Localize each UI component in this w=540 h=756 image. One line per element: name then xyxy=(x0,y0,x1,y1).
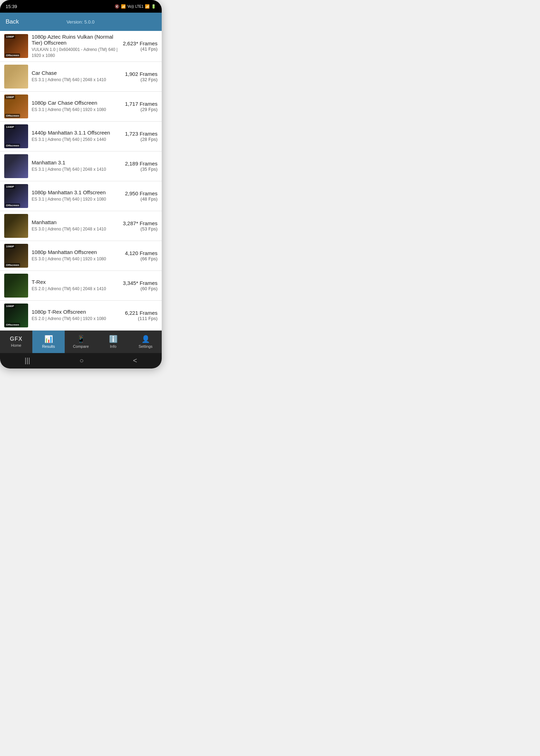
badge-bl-car-chase-off: Offscreen xyxy=(5,114,20,118)
bench-item-manhattan[interactable]: Manhattan ES 3.0 | Adreno (TM) 640 | 204… xyxy=(0,211,162,241)
bench-item-manhattan31[interactable]: Manhattan 3.1 ES 3.1 | Adreno (TM) 640 |… xyxy=(0,151,162,181)
bench-sub-trex-off: ES 2.0 | Adreno (TM) 640 | 1920 x 1080 xyxy=(32,316,122,322)
bench-item-aztec-vulkan[interactable]: 1080P Offscreen 1080p Aztec Ruins Vulkan… xyxy=(0,31,162,62)
badge-tl-manhattan31-off: 1080P xyxy=(5,185,15,189)
badge-tl-manhattan-off: 1080P xyxy=(5,245,15,248)
home-button[interactable]: ○ xyxy=(79,357,84,365)
bench-sub-aztec-vulkan: VULKAN 1.0 | 0x6040001 - Adreno (TM) 640… xyxy=(32,47,120,59)
status-time: 15:39 xyxy=(6,4,17,9)
system-nav: ||| ○ < xyxy=(0,353,162,369)
bench-sub-manhattan-1440: ES 3.1 | Adreno (TM) 640 | 2560 x 1440 xyxy=(32,137,122,143)
bench-name-car-chase-off: 1080p Car Chase Offscreen xyxy=(32,100,122,106)
bench-item-manhattan-1440[interactable]: 1440P Offscreen 1440p Manhattan 3.1.1 Of… xyxy=(0,122,162,151)
thumb-manhattan-off: 1080P Offscreen xyxy=(4,244,28,268)
bench-result-manhattan: 3,287* Frames (53 Fps) xyxy=(123,220,158,232)
badge-bl-manhattan-1440: Offscreen xyxy=(5,144,20,148)
bench-name-car-chase: Car Chase xyxy=(32,70,122,76)
bench-info-manhattan31-off: 1080p Manhattan 3.1 Offscreen ES 3.1 | A… xyxy=(32,189,122,202)
bench-fps-trex-off: (111 Fps) xyxy=(125,316,158,321)
bench-frames-trex-off: 6,221 Frames xyxy=(125,310,158,316)
bench-name-manhattan31-off: 1080p Manhattan 3.1 Offscreen xyxy=(32,189,122,195)
bench-result-manhattan-off: 4,120 Frames (66 Fps) xyxy=(125,250,158,261)
compare-icon: 📱 xyxy=(77,335,85,343)
nav-label-info: Info xyxy=(110,344,116,348)
nav-item-home[interactable]: GFX Home xyxy=(0,331,32,353)
bench-item-trex-off[interactable]: 1080P Offscreen 1080p T-Rex Offscreen ES… xyxy=(0,301,162,331)
bench-result-manhattan-1440: 1,723 Frames (28 Fps) xyxy=(125,131,158,142)
bench-fps-car-chase-off: (29 Fps) xyxy=(125,107,158,112)
bench-name-manhattan-off: 1080p Manhattan Offscreen xyxy=(32,249,122,255)
bench-item-manhattan31-off[interactable]: 1080P Offscreen 1080p Manhattan 3.1 Offs… xyxy=(0,181,162,211)
bench-info-manhattan-off: 1080p Manhattan Offscreen ES 3.0 | Adren… xyxy=(32,249,122,262)
bench-sub-manhattan31: ES 3.1 | Adreno (TM) 640 | 2048 x 1410 xyxy=(32,167,122,172)
thumb-manhattan31-off: 1080P Offscreen xyxy=(4,184,28,208)
thumb-car-chase xyxy=(4,65,28,89)
bench-info-car-chase: Car Chase ES 3.1 | Adreno (TM) 640 | 204… xyxy=(32,70,122,83)
badge-tl-manhattan-1440: 1440P xyxy=(5,125,15,129)
nav-item-info[interactable]: ℹ️ Info xyxy=(97,331,129,353)
bench-result-trex-off: 6,221 Frames (111 Fps) xyxy=(125,310,158,321)
lte-text: LTE1 xyxy=(135,5,143,8)
signal-text: Vo)) xyxy=(127,5,134,8)
bench-fps-manhattan: (53 Fps) xyxy=(123,226,158,232)
bench-result-car-chase: 1,902 Frames (32 Fps) xyxy=(125,71,158,82)
bench-info-trex: T-Rex ES 2.0 | Adreno (TM) 640 | 2048 x … xyxy=(32,279,120,292)
wifi-icon: 📶 xyxy=(121,4,126,9)
bench-fps-trex: (60 Fps) xyxy=(123,286,158,291)
bench-name-manhattan31: Manhattan 3.1 xyxy=(32,159,122,165)
bench-fps-car-chase: (32 Fps) xyxy=(125,77,158,82)
thumb-manhattan xyxy=(4,214,28,238)
badge-bl-aztec-vulkan: Offscreen xyxy=(5,53,20,57)
bench-frames-aztec-vulkan: 2,623* Frames xyxy=(123,40,158,46)
nav-label-home: Home xyxy=(11,343,21,347)
bench-info-manhattan-1440: 1440p Manhattan 3.1.1 Offscreen ES 3.1 |… xyxy=(32,130,122,143)
bench-item-trex[interactable]: T-Rex ES 2.0 | Adreno (TM) 640 | 2048 x … xyxy=(0,271,162,301)
back-nav-button[interactable]: < xyxy=(133,357,137,365)
bench-frames-manhattan-off: 4,120 Frames xyxy=(125,250,158,256)
bench-frames-trex: 3,345* Frames xyxy=(123,280,158,286)
nav-label-results: Results xyxy=(42,344,55,348)
badge-bl-manhattan-off: Offscreen xyxy=(5,263,20,267)
nav-item-compare[interactable]: 📱 Compare xyxy=(65,331,97,353)
bench-frames-manhattan31: 2,189 Frames xyxy=(125,161,158,167)
bench-info-car-chase-off: 1080p Car Chase Offscreen ES 3.1 | Adren… xyxy=(32,100,122,113)
bench-result-manhattan31-off: 2,950 Frames (48 Fps) xyxy=(125,190,158,202)
nav-item-results[interactable]: 📊 Results xyxy=(32,331,65,353)
back-button[interactable]: Back xyxy=(6,18,19,25)
bench-item-car-chase-off[interactable]: 1080P Offscreen 1080p Car Chase Offscree… xyxy=(0,92,162,122)
gfx-logo-icon: GFX xyxy=(10,336,22,342)
bench-fps-aztec-vulkan: (41 Fps) xyxy=(123,46,158,52)
badge-bl-manhattan31-off: Offscreen xyxy=(5,203,20,207)
bench-sub-car-chase: ES 3.1 | Adreno (TM) 640 | 2048 x 1410 xyxy=(32,77,122,83)
bench-sub-manhattan31-off: ES 3.1 | Adreno (TM) 640 | 1920 x 1080 xyxy=(32,196,122,202)
bench-sub-manhattan: ES 3.0 | Adreno (TM) 640 | 2048 x 1410 xyxy=(32,226,120,232)
bench-fps-manhattan-1440: (28 Fps) xyxy=(125,137,158,142)
badge-bl-trex-off: Offscreen xyxy=(5,323,20,327)
bench-frames-manhattan: 3,287* Frames xyxy=(123,220,158,226)
bench-item-manhattan-off[interactable]: 1080P Offscreen 1080p Manhattan Offscree… xyxy=(0,241,162,271)
bench-result-car-chase-off: 1,717 Frames (29 Fps) xyxy=(125,101,158,112)
bench-result-trex: 3,345* Frames (60 Fps) xyxy=(123,280,158,291)
nav-item-settings[interactable]: 👤 Settings xyxy=(129,331,162,353)
thumb-manhattan-1440: 1440P Offscreen xyxy=(4,124,28,148)
battery-icon: 🔋 xyxy=(151,4,156,9)
status-icons: 🔇 📶 Vo)) LTE1 📶 🔋 xyxy=(115,4,156,9)
results-icon: 📊 xyxy=(44,335,53,343)
benchmark-list: 1080P Offscreen 1080p Aztec Ruins Vulkan… xyxy=(0,31,162,331)
nav-label-compare: Compare xyxy=(73,344,89,348)
bench-item-car-chase[interactable]: Car Chase ES 3.1 | Adreno (TM) 640 | 204… xyxy=(0,62,162,92)
bench-name-manhattan-1440: 1440p Manhattan 3.1.1 Offscreen xyxy=(32,130,122,136)
recents-button[interactable]: ||| xyxy=(25,357,30,365)
mute-icon: 🔇 xyxy=(115,4,120,9)
bench-name-trex-off: 1080p T-Rex Offscreen xyxy=(32,309,122,315)
bench-fps-manhattan-off: (66 Fps) xyxy=(125,256,158,261)
bench-info-aztec-vulkan: 1080p Aztec Ruins Vulkan (Normal Tier) O… xyxy=(32,34,120,59)
bench-frames-car-chase: 1,902 Frames xyxy=(125,71,158,77)
signal-icon: 📶 xyxy=(145,4,150,9)
badge-tl-car-chase-off: 1080P xyxy=(5,95,15,99)
thumb-trex-off: 1080P Offscreen xyxy=(4,304,28,327)
bench-fps-manhattan31-off: (48 Fps) xyxy=(125,196,158,202)
bench-frames-car-chase-off: 1,717 Frames xyxy=(125,101,158,107)
info-icon: ℹ️ xyxy=(109,335,118,343)
badge-tl-trex-off: 1080P xyxy=(5,304,15,308)
